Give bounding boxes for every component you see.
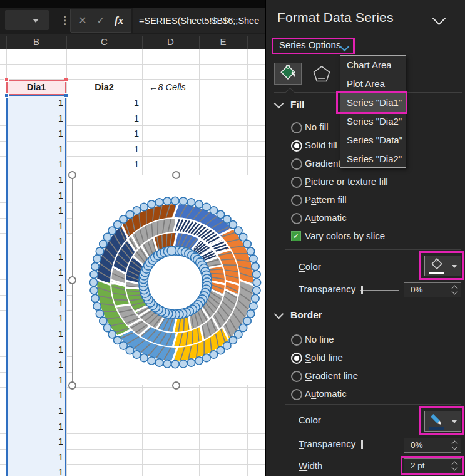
radio-icon[interactable]: [291, 140, 302, 152]
series-selection-handle[interactable]: [253, 271, 260, 278]
cell-b-value[interactable]: 1: [6, 265, 63, 281]
cell-c-value[interactable]: 1: [66, 142, 139, 157]
series-selection-handle[interactable]: [148, 357, 155, 365]
cell-d-note[interactable]: ←8 Cells: [149, 80, 205, 95]
series-selection-handle[interactable]: [203, 203, 210, 210]
cell-b-value[interactable]: 1: [6, 373, 63, 388]
cell-b-value[interactable]: 1: [6, 234, 63, 249]
range-handle[interactable]: [64, 93, 68, 98]
range-handle[interactable]: [4, 78, 9, 82]
cell-b-value[interactable]: 1: [6, 450, 63, 465]
radio-icon[interactable]: [291, 158, 302, 170]
cell-b-header[interactable]: Dia1: [6, 80, 66, 95]
fill-transparency-spinner[interactable]: 0%: [404, 282, 461, 298]
series-selection-handle[interactable]: [217, 346, 224, 354]
column-header-d[interactable]: D: [142, 34, 199, 49]
cell-b-value[interactable]: 1: [6, 296, 63, 311]
cell-c-value[interactable]: 1: [66, 111, 139, 127]
series-selection-handle[interactable]: [163, 360, 171, 368]
cell-b-value[interactable]: 1: [6, 172, 63, 188]
insert-function-icon[interactable]: fx: [110, 9, 128, 32]
transparency-slider[interactable]: [360, 290, 399, 291]
series-selection-handle[interactable]: [195, 200, 203, 208]
cell-b-value[interactable]: 1: [6, 434, 63, 450]
series-selection-handle[interactable]: [247, 247, 254, 255]
column-header-c[interactable]: C: [66, 34, 142, 49]
cell-b-value[interactable]: 1: [6, 157, 63, 172]
series-selection-handle[interactable]: [250, 255, 257, 262]
series-selection-handle[interactable]: [210, 351, 217, 358]
enter-icon[interactable]: ✓: [91, 9, 110, 32]
series-selection-handle[interactable]: [133, 207, 140, 214]
fill-section-title[interactable]: Fill: [290, 99, 304, 110]
formula-bar-splitter-icon[interactable]: ⋮: [59, 11, 67, 31]
series-selection-handle[interactable]: [100, 317, 107, 324]
series-selection-handle[interactable]: [187, 359, 195, 366]
series-selection-handle[interactable]: [96, 310, 103, 318]
spinner-down-icon[interactable]: [452, 289, 458, 295]
menu-item-series-data-[interactable]: Series "Data": [340, 131, 406, 150]
radio-icon[interactable]: [291, 195, 302, 206]
series-selection-handle[interactable]: [210, 207, 217, 214]
menu-item-series-dia2-[interactable]: Series "Dia2": [340, 112, 406, 131]
series-selection-handle[interactable]: [167, 246, 176, 256]
series-selection-handle[interactable]: [163, 197, 171, 205]
transparency-slider[interactable]: [360, 445, 399, 445]
series-selection-handle[interactable]: [155, 359, 163, 366]
checkbox-icon[interactable]: ✓: [291, 231, 301, 241]
cell-b-value[interactable]: 1: [6, 219, 63, 234]
border-transparency-spinner[interactable]: 0%: [404, 438, 461, 453]
cell-b-value[interactable]: 1: [6, 188, 63, 204]
chart-resize-handle[interactable]: [172, 171, 180, 179]
series-selection-handle[interactable]: [247, 310, 254, 318]
series-selection-handle[interactable]: [93, 303, 101, 310]
chart-resize-handle[interactable]: [68, 171, 76, 179]
doughnut-chart-object[interactable]: [72, 175, 265, 385]
series-selection-handle[interactable]: [171, 197, 179, 204]
menu-item-series-dia2-[interactable]: Series "Dia2": [340, 150, 406, 168]
series-selection-handle[interactable]: [103, 324, 111, 331]
menu-item-plot-area[interactable]: Plot Area: [340, 75, 406, 93]
cell-b-value[interactable]: 1: [6, 280, 63, 296]
series-selection-handle[interactable]: [252, 294, 259, 302]
series-selection-handle[interactable]: [126, 210, 133, 218]
series-selection-handle[interactable]: [140, 354, 148, 361]
radio-icon[interactable]: [291, 213, 302, 224]
tab-effects[interactable]: [309, 65, 334, 83]
series-selection-handle[interactable]: [250, 303, 257, 310]
series-selection-handle[interactable]: [93, 255, 101, 262]
cell-b-value[interactable]: 1: [6, 126, 63, 142]
series-selection-handle[interactable]: [148, 200, 155, 208]
cell-b-value[interactable]: 1: [6, 111, 63, 127]
series-selection-handle[interactable]: [91, 294, 99, 302]
cell-b-value[interactable]: 1: [6, 95, 63, 111]
cell-c-value[interactable]: 1: [66, 157, 139, 172]
radio-icon[interactable]: [291, 353, 302, 364]
column-header-e[interactable]: E: [199, 34, 247, 49]
series-selection-handle[interactable]: [239, 233, 247, 241]
series-selection-handle[interactable]: [140, 203, 148, 210]
border-section-title[interactable]: Border: [290, 309, 322, 321]
cell-b-value[interactable]: 1: [6, 465, 63, 476]
cell-b-value[interactable]: 1: [6, 357, 63, 373]
series-selection-handle[interactable]: [180, 197, 187, 205]
series-selection-handle[interactable]: [203, 354, 210, 361]
slider-thumb[interactable]: [361, 440, 363, 449]
name-box-dropdown[interactable]: [5, 10, 49, 30]
cell-b-value[interactable]: 1: [6, 311, 63, 326]
series-selection-handle[interactable]: [90, 287, 98, 294]
spinner-down-icon[interactable]: [452, 444, 458, 450]
series-selection-handle[interactable]: [171, 360, 179, 368]
series-selection-handle[interactable]: [100, 240, 107, 247]
cell-b-value[interactable]: 1: [6, 326, 63, 342]
chart-resize-handle[interactable]: [68, 381, 76, 390]
series-selection-handle[interactable]: [253, 279, 260, 286]
range-handle[interactable]: [4, 93, 9, 98]
chart-resize-handle[interactable]: [68, 276, 76, 284]
radio-icon[interactable]: [291, 122, 302, 133]
series-selection-handle[interactable]: [243, 317, 251, 324]
cell-b-value[interactable]: 1: [6, 249, 63, 265]
cell-c-value[interactable]: 1: [66, 126, 139, 142]
cancel-icon[interactable]: ✕: [73, 9, 92, 32]
series-selection-handle[interactable]: [252, 262, 259, 270]
